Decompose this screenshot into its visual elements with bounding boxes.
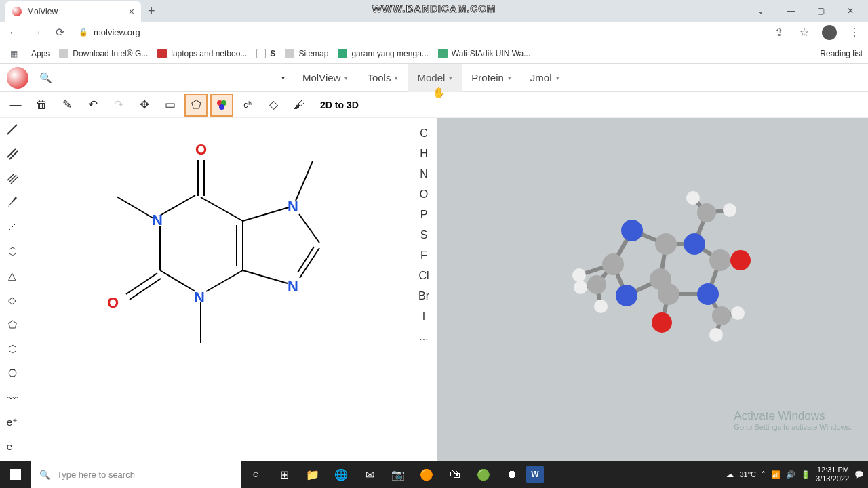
svg-line-3 xyxy=(7,125,17,134)
cortana-icon[interactable]: ○ xyxy=(241,461,270,488)
ring-cyclopropane-icon[interactable]: ⬡ xyxy=(8,244,17,259)
tool-redo[interactable]: ↷ xyxy=(107,94,130,117)
explorer-icon[interactable]: 📁 xyxy=(298,461,327,488)
share-icon[interactable]: ⇪ xyxy=(770,26,787,39)
close-tab-icon[interactable]: × xyxy=(129,6,134,17)
bookmark-garam[interactable]: garam yang menga... xyxy=(338,49,428,58)
back-button[interactable]: ← xyxy=(5,26,22,39)
edge-icon[interactable]: 🌐 xyxy=(327,461,355,488)
menu-model[interactable]: Model▾ xyxy=(408,64,462,92)
forward-button[interactable]: → xyxy=(28,26,45,39)
svg-line-10 xyxy=(9,229,10,230)
tool-single-bond[interactable]: — xyxy=(4,94,27,117)
bond-hash-icon[interactable] xyxy=(6,220,18,235)
apps-grid-icon[interactable]: ▦ xyxy=(5,49,22,58)
elem-cl[interactable]: Cl xyxy=(418,270,429,282)
ring-square-icon[interactable]: ◇ xyxy=(8,293,16,308)
elem-br[interactable]: Br xyxy=(418,290,429,302)
molview-logo-icon[interactable] xyxy=(7,67,28,89)
elem-f[interactable]: F xyxy=(420,249,427,262)
tool-brush[interactable]: 🖌 xyxy=(288,94,311,117)
sketch-2d-canvas[interactable]: O O N N N N xyxy=(24,118,411,461)
tool-select-rect[interactable]: ▭ xyxy=(159,94,182,117)
clock[interactable]: 12:31 PM 3/13/2022 xyxy=(816,466,849,483)
charge-plus[interactable]: e⁺ xyxy=(7,415,18,430)
bond-wedge-icon[interactable] xyxy=(6,195,18,210)
element-palette: C H N O P S F Cl Br I ... xyxy=(411,118,437,461)
store-icon[interactable]: 🛍 xyxy=(441,461,469,488)
ring-benzene-icon[interactable]: ⎔ xyxy=(8,366,17,381)
bond-single-icon[interactable] xyxy=(6,122,18,137)
mail-icon[interactable]: ✉ xyxy=(355,461,384,488)
tool-eraser[interactable]: ✎ xyxy=(56,94,79,117)
menu-jmol[interactable]: Jmol▾ xyxy=(521,64,569,92)
weather-icon[interactable]: ☁ xyxy=(726,470,734,479)
tool-clean[interactable]: ◇ xyxy=(262,94,285,117)
tool-hydrogen[interactable]: cʰ xyxy=(236,94,259,117)
reading-list-button[interactable]: Reading list xyxy=(820,49,863,58)
bookmark-intel[interactable]: Download Intel® G... xyxy=(59,49,148,58)
tool-trash[interactable]: 🗑 xyxy=(30,94,53,117)
charge-minus[interactable]: e⁻ xyxy=(7,439,18,454)
ring-pentagon-icon[interactable]: ⬠ xyxy=(8,317,17,332)
search-field[interactable]: 🔍 ▾ xyxy=(35,72,293,84)
word-icon[interactable]: W xyxy=(526,466,544,483)
chain-icon[interactable]: 〰 xyxy=(7,390,18,405)
close-window-button[interactable]: ✕ xyxy=(835,0,865,22)
taskview-icon[interactable]: ⊞ xyxy=(270,461,298,488)
elem-o[interactable]: O xyxy=(420,188,428,201)
bond-triple-icon[interactable] xyxy=(6,171,18,186)
elem-i[interactable]: I xyxy=(422,310,425,323)
menu-protein[interactable]: Protein▾ xyxy=(462,64,521,92)
kebab-menu-icon[interactable]: ⋮ xyxy=(846,26,863,39)
tool-undo[interactable]: ↶ xyxy=(81,94,104,117)
tool-select-lasso[interactable]: ⬠ xyxy=(184,94,208,117)
chrome-dropdown-icon[interactable]: ⌄ xyxy=(746,0,776,22)
ring-hexagon-icon[interactable]: ⬡ xyxy=(8,342,17,357)
recorder-icon[interactable]: ⏺ xyxy=(498,461,526,488)
elem-p[interactable]: P xyxy=(420,209,428,221)
camera-icon[interactable]: 📷 xyxy=(384,461,412,488)
weather-temp[interactable]: 31°C xyxy=(739,470,756,479)
bookmark-wali[interactable]: Wali-SIAdik UIN Wa... xyxy=(438,49,530,58)
profile-avatar[interactable] xyxy=(822,25,837,40)
browser-tab[interactable]: MolView × xyxy=(5,1,141,22)
tool-center[interactable]: ✥ xyxy=(133,94,156,117)
svg-line-6 xyxy=(7,174,14,180)
reload-button[interactable]: ⟳ xyxy=(52,26,68,39)
elem-n[interactable]: N xyxy=(420,168,428,180)
wifi-icon[interactable]: 📶 xyxy=(771,470,781,479)
battery-icon[interactable]: 🔋 xyxy=(801,470,810,479)
menu-molview[interactable]: MolView▾ xyxy=(293,64,357,92)
bookmark-laptops[interactable]: laptops and netboo... xyxy=(157,49,247,58)
notifications-icon[interactable]: 💬 xyxy=(854,470,864,479)
bookmark-apps[interactable]: Apps xyxy=(31,49,50,58)
ring-triangle-icon[interactable]: △ xyxy=(8,268,16,283)
maximize-button[interactable]: ▢ xyxy=(806,0,835,22)
tool-color[interactable] xyxy=(210,94,233,117)
search-dropdown-icon[interactable]: ▾ xyxy=(281,74,285,81)
elem-s[interactable]: S xyxy=(420,229,428,241)
bookmark-s[interactable]: SS xyxy=(256,49,275,58)
chrome-icon[interactable]: 🟢 xyxy=(469,461,498,488)
taskbar-search[interactable]: 🔍 Type here to search xyxy=(31,461,241,488)
elem-more[interactable]: ... xyxy=(419,331,428,343)
start-button[interactable] xyxy=(0,461,31,488)
bond-double-icon[interactable] xyxy=(6,146,18,161)
tray-chevron-icon[interactable]: ˄ xyxy=(762,470,766,479)
bookmark-sitemap[interactable]: Sitemap xyxy=(285,49,328,58)
elem-h[interactable]: H xyxy=(420,148,428,160)
elem-c[interactable]: C xyxy=(420,127,428,140)
star-icon[interactable]: ☆ xyxy=(796,26,812,39)
svg-point-68 xyxy=(572,268,586,282)
svg-point-69 xyxy=(686,191,700,205)
view-3d-canvas[interactable]: Activate Windows Go to Settings to activ… xyxy=(437,118,868,461)
address-bar[interactable]: 🔒 molview.org xyxy=(75,27,764,37)
app-icon[interactable]: 🟠 xyxy=(412,461,441,488)
menu-tools[interactable]: Tools▾ xyxy=(357,64,408,92)
volume-icon[interactable]: 🔊 xyxy=(786,470,795,479)
new-tab-button[interactable]: + xyxy=(141,4,162,18)
svg-point-71 xyxy=(574,281,587,294)
convert-2d-3d-button[interactable]: 2D to 3D xyxy=(313,100,366,110)
minimize-button[interactable]: — xyxy=(776,0,806,22)
